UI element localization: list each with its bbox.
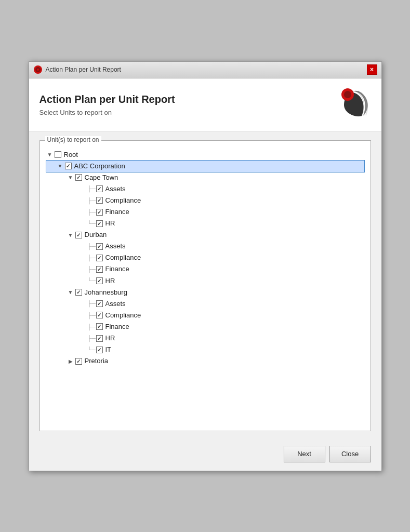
tree-item-jhb-assets[interactable]: ├─ Assets	[46, 298, 364, 310]
tree-item-capetown-assets[interactable]: ├─ Assets	[46, 183, 364, 195]
label-durban-hr: HR	[105, 275, 115, 287]
label-root: Root	[64, 149, 78, 161]
group-box-label: Unit(s) to report on	[45, 136, 101, 143]
label-jhb-assets: Assets	[105, 298, 126, 310]
connector-assets-d: ├─	[88, 242, 95, 251]
label-capetown-compliance: Compliance	[105, 195, 141, 206]
expand-icon-johannesburg[interactable]: ▼	[67, 289, 74, 296]
label-durban-compliance: Compliance	[105, 252, 141, 263]
tree-item-durban-hr[interactable]: └─ HR	[46, 275, 364, 287]
connector-it-jhb: └─	[88, 345, 95, 355]
connector-compliance-d: ├─	[88, 253, 95, 263]
tree-view[interactable]: ▼ Root ▼ ABC Corporation ▼ Cape Town	[46, 149, 364, 367]
tree-item-capetown[interactable]: ▼ Cape Town	[46, 172, 364, 183]
tree-item-capetown-hr[interactable]: └─ HR	[46, 218, 364, 229]
checkbox-abc[interactable]	[65, 163, 72, 169]
checkbox-pretoria[interactable]	[75, 358, 82, 365]
checkbox-capetown-compliance[interactable]	[96, 197, 103, 204]
tree-item-durban-assets[interactable]: ├─ Assets	[46, 241, 364, 252]
close-button-footer[interactable]: Close	[329, 446, 371, 462]
header-section: Action Plan per Unit Report Select Units…	[29, 78, 381, 132]
connector-finance-ct: ├─	[88, 207, 95, 217]
label-capetown-assets: Assets	[105, 183, 126, 195]
app-logo	[329, 87, 371, 123]
next-button[interactable]: Next	[284, 446, 325, 462]
checkbox-jhb-compliance[interactable]	[96, 312, 103, 318]
checkbox-capetown[interactable]	[75, 174, 82, 181]
tree-item-root[interactable]: ▼ Root	[46, 149, 364, 161]
connector-assets-ct: ├─	[88, 184, 95, 194]
report-title: Action Plan per Unit Report	[39, 94, 175, 105]
checkbox-durban-finance[interactable]	[96, 266, 103, 273]
expand-icon-capetown[interactable]: ▼	[67, 174, 74, 181]
checkbox-jhb-assets[interactable]	[96, 300, 103, 307]
checkbox-capetown-hr[interactable]	[96, 220, 103, 227]
connector-compliance-ct: ├─	[88, 196, 95, 206]
expand-icon-abc[interactable]: ▼	[57, 163, 64, 170]
checkbox-jhb-finance[interactable]	[96, 323, 103, 330]
expand-icon-root[interactable]: ▼	[46, 151, 54, 158]
body-section: Unit(s) to report on ▼ Root ▼ ABC Corpor…	[29, 132, 381, 440]
tree-item-jhb-it[interactable]: └─ IT	[46, 344, 364, 355]
tree-item-johannesburg[interactable]: ▼ Johannesburg	[46, 287, 364, 298]
tree-item-durban[interactable]: ▼ Durban	[46, 229, 364, 241]
header-text: Action Plan per Unit Report Select Units…	[39, 94, 175, 116]
tree-item-durban-compliance[interactable]: ├─ Compliance	[46, 252, 364, 263]
tree-item-durban-finance[interactable]: ├─ Finance	[46, 263, 364, 275]
checkbox-capetown-assets[interactable]	[96, 185, 103, 192]
label-durban-finance: Finance	[105, 263, 129, 275]
tree-item-capetown-finance[interactable]: ├─ Finance	[46, 206, 364, 218]
label-capetown-hr: HR	[105, 218, 115, 229]
label-capetown-finance: Finance	[105, 206, 129, 218]
title-bar-left: Action Plan per Unit Report	[33, 65, 121, 74]
units-group-box: Unit(s) to report on ▼ Root ▼ ABC Corpor…	[39, 140, 371, 431]
footer: Next Close	[29, 440, 381, 471]
label-pretoria: Pretoria	[85, 355, 109, 367]
logo-area	[329, 87, 371, 123]
tree-item-pretoria[interactable]: ▶ Pretoria	[46, 355, 364, 367]
expand-icon-durban[interactable]: ▼	[67, 231, 74, 238]
tree-item-jhb-compliance[interactable]: ├─ Compliance	[46, 310, 364, 321]
tree-item-jhb-hr[interactable]: ├─ HR	[46, 332, 364, 344]
checkbox-jhb-it[interactable]	[96, 347, 103, 353]
app-icon	[33, 65, 43, 74]
close-button[interactable]: ×	[367, 64, 377, 75]
checkbox-root[interactable]	[55, 151, 61, 158]
checkbox-johannesburg[interactable]	[75, 289, 82, 296]
connector-finance-jhb: ├─	[88, 322, 95, 332]
label-jhb-it: IT	[105, 344, 112, 355]
checkbox-durban-hr[interactable]	[96, 277, 103, 284]
connector-hr-jhb: ├─	[88, 334, 95, 343]
label-durban-assets: Assets	[105, 241, 126, 252]
label-jhb-hr: HR	[105, 332, 115, 344]
label-jhb-finance: Finance	[105, 321, 129, 332]
label-capetown: Cape Town	[85, 172, 118, 183]
connector-hr-d: └─	[88, 276, 95, 286]
tree-item-capetown-compliance[interactable]: ├─ Compliance	[46, 195, 364, 206]
label-jhb-compliance: Compliance	[105, 310, 141, 321]
connector-finance-d: ├─	[88, 264, 95, 274]
expand-icon-pretoria[interactable]: ▶	[67, 357, 74, 365]
checkbox-capetown-finance[interactable]	[96, 209, 103, 216]
label-johannesburg: Johannesburg	[85, 287, 127, 298]
tree-item-jhb-finance[interactable]: ├─ Finance	[46, 321, 364, 332]
checkbox-jhb-hr[interactable]	[96, 335, 103, 342]
report-subtitle: Select Units to report on	[39, 109, 175, 116]
svg-point-2	[37, 69, 39, 71]
label-durban: Durban	[85, 229, 107, 241]
connector-assets-jhb: ├─	[88, 299, 95, 309]
connector-compliance-jhb: ├─	[88, 311, 95, 321]
tree-item-abc[interactable]: ▼ ABC Corporation	[46, 161, 364, 172]
svg-point-4	[344, 91, 351, 98]
connector-hr-ct: └─	[88, 219, 95, 229]
label-abc: ABC Corporation	[74, 161, 125, 172]
checkbox-durban-assets[interactable]	[96, 243, 103, 250]
checkbox-durban-compliance[interactable]	[96, 255, 103, 261]
checkbox-durban[interactable]	[75, 232, 82, 238]
title-bar: Action Plan per Unit Report ×	[29, 62, 381, 78]
main-window: Action Plan per Unit Report × Action Pla…	[29, 61, 382, 471]
window-title: Action Plan per Unit Report	[46, 66, 121, 73]
